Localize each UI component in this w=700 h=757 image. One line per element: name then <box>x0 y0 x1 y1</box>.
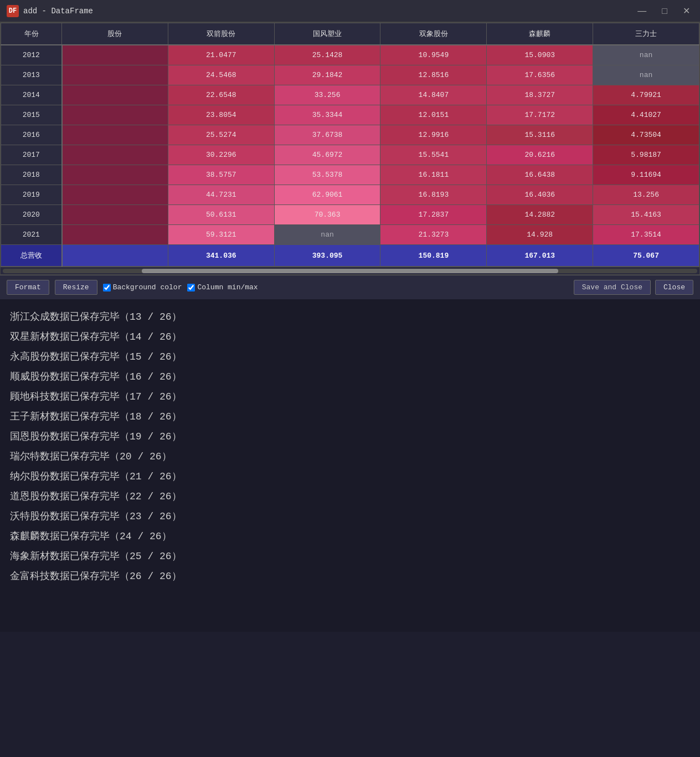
table-row: 201730.229645.697215.554120.62165.98187 <box>1 145 699 165</box>
cell-year: 2021 <box>1 225 62 245</box>
cell-year: 2017 <box>1 145 62 165</box>
log-item: 顺威股份数据已保存完毕（16 / 26） <box>10 367 690 387</box>
cell-森麒麟: 18.3727 <box>487 85 593 105</box>
cell-三力士: 17.3514 <box>593 225 699 245</box>
col-minmax-checkbox-label[interactable]: Column min/max <box>187 283 258 291</box>
cell-双象股份: 12.0151 <box>380 105 487 125</box>
toolbar: Format Resize Background color Column mi… <box>0 275 700 299</box>
cell-国风塑业: 62.9061 <box>274 185 380 205</box>
toolbar-right: Save and Close Close <box>574 280 693 295</box>
cell-森麒麟: 15.0903 <box>487 45 593 65</box>
cell-双箭股份: 38.5757 <box>168 165 274 185</box>
cell-三力士: 4.73504 <box>593 125 699 145</box>
cell-三力士: 13.256 <box>593 185 699 205</box>
cell-三力士: 4.79921 <box>593 85 699 105</box>
bg-color-checkbox[interactable] <box>103 284 111 291</box>
log-item: 道恩股份数据已保存完毕（22 / 26） <box>10 487 690 507</box>
col-header-sjgf: 双箭股份 <box>168 23 274 45</box>
table-row: 201221.047725.142810.954915.0903nan <box>1 45 699 65</box>
cell-双箭股份: 25.5274 <box>168 125 274 145</box>
cell-双象股份: 15.5541 <box>380 145 487 165</box>
log-item: 海象新材数据已保存完毕（25 / 26） <box>10 546 690 566</box>
cell-国风塑业: 70.363 <box>274 205 380 225</box>
log-item: 王子新材数据已保存完毕（18 / 26） <box>10 407 690 427</box>
dataframe-container: 年份 股份 双箭股份 国风塑业 双象股份 森麒麟 三力士 201221.0477… <box>0 22 700 275</box>
cell-gfen <box>62 145 168 165</box>
scrollbar-area[interactable] <box>1 267 699 274</box>
cell-三力士: nan <box>593 45 699 65</box>
close-button[interactable]: Close <box>655 280 693 295</box>
save-close-button[interactable]: Save and Close <box>574 280 651 295</box>
cell-gfen <box>62 185 168 205</box>
log-item: 双星新材数据已保存完毕（14 / 26） <box>10 327 690 347</box>
cell-gfen <box>62 45 168 65</box>
data-table: 年份 股份 双箭股份 国风塑业 双象股份 森麒麟 三力士 201221.0477… <box>1 23 699 267</box>
col-header-year: 年份 <box>1 23 62 45</box>
cell-森麒麟: 14.2882 <box>487 205 593 225</box>
cell-三力士: 5.98187 <box>593 145 699 165</box>
cell-三力士: 15.4163 <box>593 205 699 225</box>
col-header-gfsy: 国风塑业 <box>274 23 380 45</box>
cell-year: 2012 <box>1 45 62 65</box>
cell-gfen <box>62 225 168 245</box>
log-item: 森麒麟数据已保存完毕（24 / 26） <box>10 526 690 546</box>
cell-双象股份: 12.9916 <box>380 125 487 145</box>
title-bar-controls: — □ ✕ <box>634 6 693 17</box>
log-item: 金富科技数据已保存完毕（26 / 26） <box>10 566 690 586</box>
cell-year: 2018 <box>1 165 62 185</box>
log-item: 浙江众成数据已保存完毕（13 / 26） <box>10 307 690 327</box>
total-cell: 393.095 <box>274 245 380 267</box>
scrollbar-thumb[interactable] <box>142 269 558 273</box>
cell-gfen <box>62 105 168 125</box>
table-row: 201523.805435.334412.015117.71724.41027 <box>1 105 699 125</box>
col-minmax-label: Column min/max <box>197 283 258 291</box>
total-cell: 167.013 <box>487 245 593 267</box>
cell-双象股份: 10.9549 <box>380 45 487 65</box>
maximize-button[interactable]: □ <box>658 6 671 17</box>
cell-森麒麟: 16.4036 <box>487 185 593 205</box>
title-bar-left: DF add - DataFrame <box>7 5 93 17</box>
log-item: 瑞尔特数据已保存完毕（20 / 26） <box>10 447 690 467</box>
table-row: 202050.613170.36317.283714.288215.4163 <box>1 205 699 225</box>
cell-双箭股份: 21.0477 <box>168 45 274 65</box>
cell-双箭股份: 50.6131 <box>168 205 274 225</box>
total-label: 总营收 <box>1 245 62 267</box>
cell-国风塑业: 37.6738 <box>274 125 380 145</box>
cell-双箭股份: 30.2296 <box>168 145 274 165</box>
cell-森麒麟: 20.6216 <box>487 145 593 165</box>
scrollbar-track[interactable] <box>3 269 697 273</box>
cell-year: 2015 <box>1 105 62 125</box>
cell-双象股份: 16.1811 <box>380 165 487 185</box>
col-header-sls: 三力士 <box>593 23 699 45</box>
table-row: 201944.723162.906116.819316.403613.256 <box>1 185 699 205</box>
cell-双象股份: 17.2837 <box>380 205 487 225</box>
cell-双象股份: 14.8407 <box>380 85 487 105</box>
log-item: 永高股份数据已保存完毕（15 / 26） <box>10 347 690 367</box>
cell-双象股份: 16.8193 <box>380 185 487 205</box>
table-row: 201838.575753.537816.181116.64389.11694 <box>1 165 699 185</box>
cell-国风塑业: 29.1842 <box>274 65 380 85</box>
minimize-button[interactable]: — <box>634 6 650 17</box>
bg-color-checkbox-label[interactable]: Background color <box>103 283 182 291</box>
cell-year: 2014 <box>1 85 62 105</box>
app-icon: DF <box>7 5 19 17</box>
bg-color-label: Background color <box>113 283 182 291</box>
table-scroll[interactable]: 年份 股份 双箭股份 国风塑业 双象股份 森麒麟 三力士 201221.0477… <box>1 23 699 267</box>
log-item: 沃特股份数据已保存完毕（23 / 26） <box>10 507 690 526</box>
cell-gfen <box>62 125 168 145</box>
cell-双箭股份: 44.7231 <box>168 185 274 205</box>
window-close-button[interactable]: ✕ <box>680 6 693 17</box>
cell-三力士: 4.41027 <box>593 105 699 125</box>
col-minmax-checkbox[interactable] <box>187 284 195 291</box>
cell-gfen <box>62 205 168 225</box>
cell-国风塑业: 33.256 <box>274 85 380 105</box>
format-button[interactable]: Format <box>7 280 49 295</box>
log-item: 纳尔股份数据已保存完毕（21 / 26） <box>10 467 690 487</box>
cell-双箭股份: 59.3121 <box>168 225 274 245</box>
cell-国风塑业: 53.5378 <box>274 165 380 185</box>
cell-year: 2019 <box>1 185 62 205</box>
cell-森麒麟: 15.3116 <box>487 125 593 145</box>
title-bar: DF add - DataFrame — □ ✕ <box>0 0 700 22</box>
resize-button[interactable]: Resize <box>55 280 97 295</box>
table-row: 201422.654833.25614.840718.37274.79921 <box>1 85 699 105</box>
